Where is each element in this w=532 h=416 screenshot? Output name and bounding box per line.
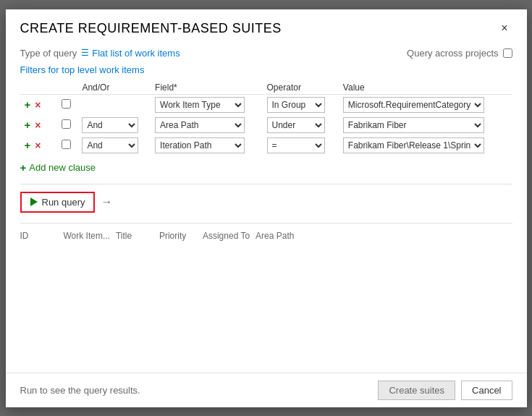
- add-clause-label: Add new clause: [29, 162, 96, 173]
- row-checkbox[interactable]: [62, 99, 71, 109]
- query-across-projects-row: Query across projects: [407, 48, 512, 59]
- results-column-header: Work Item...: [64, 231, 116, 241]
- delete-row-button[interactable]: ×: [33, 120, 42, 130]
- row-checkbox-cell: [59, 94, 79, 115]
- row-field-cell: Work Item Type: [152, 94, 263, 115]
- th-operator: Operator: [264, 81, 340, 95]
- row-value-cell: Fabrikam Fiber\Release 1\Sprint 1: [340, 135, 512, 156]
- row-operator-cell: Under: [264, 115, 340, 135]
- andor-select[interactable]: AndOr: [82, 117, 138, 133]
- row-checkbox[interactable]: [62, 119, 71, 129]
- close-button[interactable]: ×: [497, 21, 512, 35]
- dialog-footer: Run to see the query results. Create sui…: [6, 373, 527, 407]
- query-across-projects-checkbox[interactable]: [503, 48, 512, 58]
- row-actions: + ×: [20, 94, 59, 115]
- results-column-header: Title: [116, 231, 159, 241]
- add-row-button[interactable]: +: [23, 140, 33, 150]
- row-checkbox[interactable]: [62, 140, 71, 149]
- add-row-button[interactable]: +: [23, 99, 33, 110]
- th-actions: [20, 81, 59, 95]
- row-value-cell: Fabrikam Fiber: [340, 115, 512, 135]
- add-new-clause-button[interactable]: + Add new clause: [20, 158, 512, 177]
- type-of-query-left: Type of query ☰ Flat list of work items: [20, 48, 180, 59]
- operator-select[interactable]: In Group: [267, 97, 325, 113]
- row-andor-cell: AndOr: [79, 135, 152, 156]
- field-select[interactable]: Iteration Path: [155, 137, 245, 153]
- table-row: + × AndOr Area Path Under Fabrikam Fiber: [20, 115, 512, 135]
- operator-select[interactable]: Under: [267, 117, 325, 133]
- row-checkbox-cell: [59, 115, 79, 135]
- divider: [20, 184, 512, 184]
- run-query-wrapper: Run query →: [20, 192, 512, 213]
- delete-row-button[interactable]: ×: [33, 100, 42, 110]
- plus-icon: +: [20, 161, 27, 174]
- row-field-cell: Area Path: [152, 115, 263, 135]
- results-column-header: Area Path: [256, 231, 300, 241]
- operator-select[interactable]: =: [267, 137, 325, 153]
- footer-buttons: Create suites Cancel: [378, 381, 512, 400]
- delete-row-button[interactable]: ×: [33, 140, 42, 150]
- add-row-button[interactable]: +: [23, 119, 33, 130]
- row-operator-cell: =: [264, 135, 340, 156]
- type-of-query-row: Type of query ☰ Flat list of work items …: [20, 48, 512, 59]
- create-suites-button[interactable]: Create suites: [378, 381, 455, 400]
- row-andor-cell: [79, 94, 152, 115]
- row-andor-cell: AndOr: [79, 115, 152, 135]
- results-header: IDWork Item...TitlePriorityAssigned ToAr…: [20, 228, 512, 242]
- table-row: + × AndOr Iteration Path = Fabrikam Fibe…: [20, 135, 512, 156]
- value-select[interactable]: Microsoft.RequirementCategory: [343, 97, 484, 113]
- dialog-title: CREATE REQUIREMENT-BASED SUITES: [20, 21, 282, 36]
- results-divider: [20, 223, 512, 224]
- row-actions: + ×: [20, 135, 59, 156]
- table-row: + × Work Item Type In Group Microsoft.Re…: [20, 94, 512, 115]
- type-of-query-label: Type of query: [20, 48, 77, 59]
- th-value: Value: [340, 81, 512, 95]
- field-select[interactable]: Work Item Type: [155, 97, 245, 113]
- cancel-button[interactable]: Cancel: [461, 381, 512, 400]
- row-checkbox-cell: [59, 135, 79, 156]
- query-table: And/Or Field* Operator Value + × Work It…: [20, 81, 512, 156]
- th-andor: And/Or: [79, 81, 152, 95]
- query-type-link[interactable]: ☰ Flat list of work items: [81, 48, 180, 59]
- query-type-value: Flat list of work items: [92, 48, 180, 59]
- footer-hint: Run to see the query results.: [20, 385, 140, 396]
- dialog-body: Type of query ☰ Flat list of work items …: [6, 42, 527, 373]
- dialog-header: CREATE REQUIREMENT-BASED SUITES ×: [6, 9, 527, 42]
- row-field-cell: Iteration Path: [152, 135, 263, 156]
- play-icon: [30, 198, 38, 206]
- query-across-projects-label: Query across projects: [407, 48, 498, 59]
- results-column-header: Assigned To: [203, 231, 256, 241]
- value-select[interactable]: Fabrikam Fiber\Release 1\Sprint 1: [343, 137, 484, 153]
- filters-label: Filters for top level work items: [20, 64, 512, 75]
- results-column-header: ID: [20, 231, 64, 241]
- run-query-button[interactable]: Run query: [20, 192, 96, 213]
- value-select[interactable]: Fabrikam Fiber: [343, 117, 484, 133]
- run-query-label: Run query: [42, 197, 85, 208]
- th-checkbox: [59, 81, 79, 95]
- arrow-right-icon[interactable]: →: [101, 195, 112, 208]
- field-select[interactable]: Area Path: [155, 117, 245, 133]
- row-value-cell: Microsoft.RequirementCategory: [340, 94, 512, 115]
- row-actions: + ×: [20, 115, 59, 135]
- th-field: Field*: [152, 81, 263, 95]
- dialog: CREATE REQUIREMENT-BASED SUITES × Type o…: [6, 9, 527, 407]
- row-operator-cell: In Group: [264, 94, 340, 115]
- table-icon: ☰: [81, 48, 89, 58]
- results-column-header: Priority: [159, 231, 203, 241]
- andor-select[interactable]: AndOr: [82, 137, 138, 153]
- empty-results-area: [20, 242, 512, 367]
